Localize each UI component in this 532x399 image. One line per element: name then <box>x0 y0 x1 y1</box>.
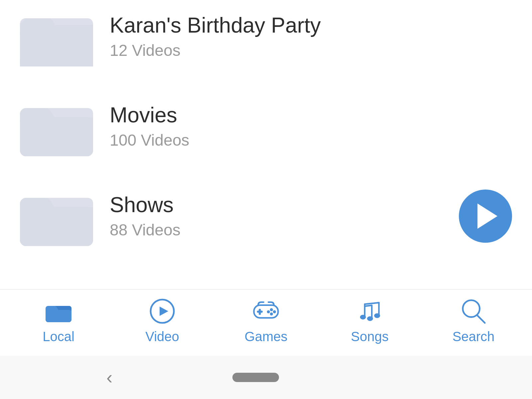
folder-info-shows: Shows 88 Videos <box>110 193 459 239</box>
svg-point-15 <box>273 310 276 313</box>
svg-line-24 <box>365 303 379 304</box>
nav-label-games: Games <box>245 329 288 344</box>
nav-item-video[interactable]: Video <box>110 298 214 344</box>
svg-rect-13 <box>257 311 263 313</box>
nav-item-search[interactable]: Search <box>422 298 525 344</box>
songs-icon <box>356 298 383 325</box>
svg-marker-10 <box>160 307 168 316</box>
folder-info-birthday: Karan's Birthday Party 12 Videos <box>110 14 512 59</box>
games-icon <box>253 298 279 325</box>
svg-point-14 <box>270 308 273 311</box>
svg-point-19 <box>360 315 366 319</box>
folder-count-birthday: 12 Videos <box>110 41 512 60</box>
folder-count-movies: 100 Videos <box>110 131 512 149</box>
nav-label-local: Local <box>43 329 74 344</box>
nav-item-games[interactable]: Games <box>214 298 318 344</box>
svg-point-23 <box>374 313 380 318</box>
search-icon <box>460 298 487 325</box>
folder-name-birthday: Karan's Birthday Party <box>110 14 512 37</box>
bottom-nav: Local Video <box>0 289 532 356</box>
svg-point-17 <box>267 310 270 313</box>
folder-name-movies: Movies <box>110 103 512 127</box>
svg-line-27 <box>477 316 485 323</box>
svg-rect-6 <box>20 207 93 246</box>
svg-point-26 <box>463 300 480 317</box>
nav-item-songs[interactable]: Songs <box>318 298 422 344</box>
folder-count-shows: 88 Videos <box>110 221 459 239</box>
folder-icon-shows <box>20 186 93 246</box>
nav-label-songs: Songs <box>351 329 388 344</box>
folder-icon-movies <box>20 96 93 156</box>
svg-rect-4 <box>20 117 93 156</box>
folder-item-movies[interactable]: Movies 100 Videos <box>20 83 512 170</box>
content-area: Karan's Birthday Party 12 Videos Movies … <box>0 0 532 289</box>
folder-item-birthday[interactable]: Karan's Birthday Party 12 Videos <box>20 0 512 80</box>
system-bar: ‹ <box>0 356 532 399</box>
folder-name-shows: Shows <box>110 193 459 216</box>
back-button[interactable]: ‹ <box>106 367 112 388</box>
play-triangle-icon <box>477 203 497 229</box>
local-icon <box>45 298 72 325</box>
folder-info-movies: Movies 100 Videos <box>110 103 512 149</box>
folder-item-shows[interactable]: Shows 88 Videos <box>20 173 512 259</box>
nav-label-video: Video <box>145 329 179 344</box>
svg-point-21 <box>367 316 373 321</box>
nav-item-local[interactable]: Local <box>7 298 110 344</box>
svg-line-25 <box>365 305 372 306</box>
play-button-shows[interactable] <box>459 190 512 243</box>
video-icon <box>149 298 176 325</box>
home-indicator[interactable] <box>232 373 279 382</box>
svg-rect-8 <box>46 310 71 322</box>
svg-point-16 <box>270 313 273 316</box>
nav-label-search: Search <box>453 329 495 344</box>
folder-icon-birthday <box>20 7 93 66</box>
svg-rect-2 <box>20 27 93 66</box>
